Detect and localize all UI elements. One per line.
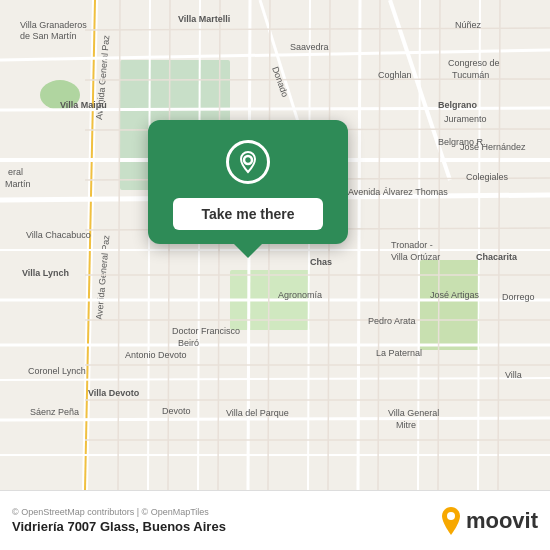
svg-text:Villa: Villa	[505, 370, 522, 380]
svg-text:Saavedra: Saavedra	[290, 42, 329, 52]
svg-text:Tucumán: Tucumán	[452, 70, 489, 80]
svg-text:Devoto: Devoto	[162, 406, 191, 416]
svg-text:Villa Lynch: Villa Lynch	[22, 268, 69, 278]
svg-text:Tronador -: Tronador -	[391, 240, 433, 250]
svg-text:Villa Granaderos: Villa Granaderos	[20, 20, 87, 30]
moovit-logo: moovit	[440, 507, 538, 535]
location-popup: Take me there	[148, 120, 348, 244]
svg-text:Belgrano: Belgrano	[438, 100, 478, 110]
svg-text:Pedro Arata: Pedro Arata	[368, 316, 416, 326]
svg-text:Coghlan: Coghlan	[378, 70, 412, 80]
svg-text:Coronel Lynch: Coronel Lynch	[28, 366, 86, 376]
pin-icon	[226, 140, 270, 184]
svg-text:eral: eral	[8, 167, 23, 177]
place-name: Vidriería 7007 Glass, Buenos Aires	[12, 519, 226, 534]
bottom-info-bar: © OpenStreetMap contributors | © OpenMap…	[0, 490, 550, 550]
svg-text:Chas: Chas	[310, 257, 332, 267]
svg-text:Villa del Parque: Villa del Parque	[226, 408, 289, 418]
svg-text:Juramento: Juramento	[444, 114, 487, 124]
svg-text:Villa Ortúzar: Villa Ortúzar	[391, 252, 440, 262]
svg-text:Dorrego: Dorrego	[502, 292, 535, 302]
svg-line-23	[358, 0, 360, 490]
svg-text:de San Martín: de San Martín	[20, 31, 77, 41]
svg-text:Núñez: Núñez	[455, 20, 482, 30]
svg-text:Chacarita: Chacarita	[476, 252, 518, 262]
svg-text:Beiró: Beiró	[178, 338, 199, 348]
svg-text:Avenida Álvarez Thomas: Avenida Álvarez Thomas	[348, 187, 448, 197]
take-me-there-button[interactable]: Take me there	[173, 198, 322, 230]
svg-text:Villa Martelli: Villa Martelli	[178, 14, 230, 24]
moovit-brand-text: moovit	[466, 508, 538, 534]
svg-text:Villa General: Villa General	[388, 408, 439, 418]
svg-text:Martín: Martín	[5, 179, 31, 189]
svg-point-87	[447, 512, 455, 520]
svg-text:Sáenz Peña: Sáenz Peña	[30, 407, 79, 417]
moovit-pin-icon	[440, 507, 462, 535]
svg-text:Congreso de: Congreso de	[448, 58, 500, 68]
map-view: Avenida General Paz Avenida General Paz	[0, 0, 550, 490]
svg-text:Villa Devoto: Villa Devoto	[88, 388, 140, 398]
svg-text:La Paternal: La Paternal	[376, 348, 422, 358]
map-attribution: © OpenStreetMap contributors | © OpenMap…	[12, 507, 226, 517]
svg-text:Mitre: Mitre	[396, 420, 416, 430]
place-info: © OpenStreetMap contributors | © OpenMap…	[12, 507, 226, 534]
svg-text:José Artigas: José Artigas	[430, 290, 480, 300]
svg-text:Villa Chacabuco: Villa Chacabuco	[26, 230, 91, 240]
svg-point-86	[244, 156, 252, 164]
svg-text:Villa Maipú: Villa Maipú	[60, 100, 107, 110]
svg-rect-2	[420, 260, 480, 350]
svg-line-17	[0, 418, 550, 420]
svg-text:Agronomía: Agronomía	[278, 290, 322, 300]
svg-text:Belgrano R.: Belgrano R.	[438, 137, 486, 147]
svg-text:Colegiales: Colegiales	[466, 172, 509, 182]
svg-text:Doctor Francisco: Doctor Francisco	[172, 326, 240, 336]
svg-text:Antonio Devoto: Antonio Devoto	[125, 350, 187, 360]
